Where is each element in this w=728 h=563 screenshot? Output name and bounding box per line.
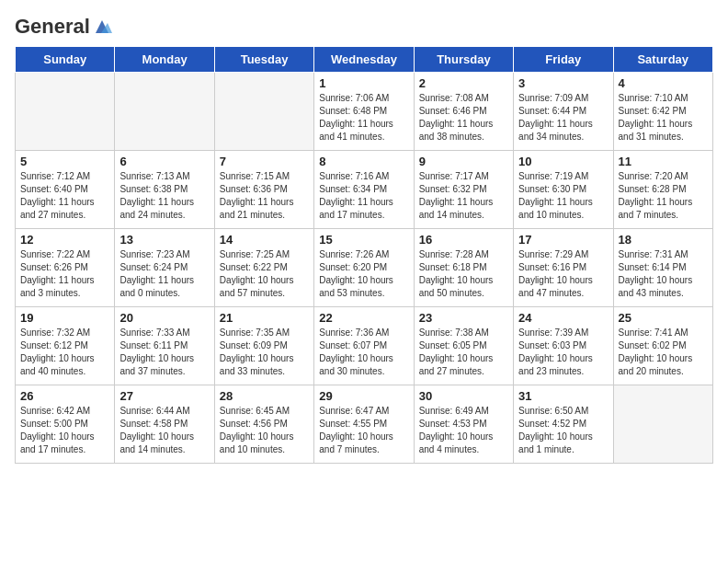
calendar-cell: 18Sunrise: 7:31 AM Sunset: 6:14 PM Dayli… (613, 229, 712, 307)
day-number: 23 (419, 311, 508, 325)
day-info: Sunrise: 7:41 AM Sunset: 6:02 PM Dayligh… (619, 327, 708, 378)
week-row-4: 19Sunrise: 7:32 AM Sunset: 6:12 PM Dayli… (16, 307, 713, 385)
weekday-wednesday: Wednesday (314, 47, 414, 73)
day-number: 6 (119, 155, 209, 168)
day-info: Sunrise: 7:31 AM Sunset: 6:14 PM Dayligh… (619, 248, 708, 300)
calendar-cell: 25Sunrise: 7:41 AM Sunset: 6:02 PM Dayli… (613, 307, 712, 385)
day-info: Sunrise: 7:12 AM Sunset: 6:40 PM Dayligh… (20, 170, 109, 222)
day-number: 16 (419, 233, 508, 247)
day-info: Sunrise: 7:16 AM Sunset: 6:34 PM Dayligh… (319, 170, 408, 222)
day-number: 29 (319, 389, 408, 403)
day-number: 25 (619, 311, 708, 325)
day-number: 3 (518, 76, 608, 90)
day-info: Sunrise: 7:08 AM Sunset: 6:46 PM Dayligh… (419, 92, 508, 144)
calendar-cell: 30Sunrise: 6:49 AM Sunset: 4:53 PM Dayli… (414, 385, 513, 464)
day-number: 26 (20, 389, 109, 403)
calendar-cell: 24Sunrise: 7:39 AM Sunset: 6:03 PM Dayli… (514, 307, 613, 385)
calendar-cell: 6Sunrise: 7:13 AM Sunset: 6:38 PM Daylig… (115, 151, 214, 229)
calendar-cell: 10Sunrise: 7:19 AM Sunset: 6:30 PM Dayli… (514, 151, 613, 229)
weekday-saturday: Saturday (613, 47, 712, 73)
day-info: Sunrise: 7:35 AM Sunset: 6:09 PM Dayligh… (220, 327, 309, 378)
day-info: Sunrise: 7:10 AM Sunset: 6:42 PM Dayligh… (619, 92, 708, 144)
day-info: Sunrise: 7:25 AM Sunset: 6:22 PM Dayligh… (220, 248, 309, 300)
day-info: Sunrise: 6:47 AM Sunset: 4:55 PM Dayligh… (319, 405, 408, 456)
calendar-cell: 15Sunrise: 7:26 AM Sunset: 6:20 PM Dayli… (314, 229, 414, 307)
week-row-3: 12Sunrise: 7:22 AM Sunset: 6:26 PM Dayli… (16, 229, 713, 307)
calendar-cell (613, 385, 712, 464)
day-info: Sunrise: 7:22 AM Sunset: 6:26 PM Dayligh… (20, 248, 109, 300)
day-number: 5 (20, 155, 109, 168)
day-number: 13 (119, 233, 209, 247)
day-number: 1 (319, 76, 408, 90)
calendar-body: 1Sunrise: 7:06 AM Sunset: 6:48 PM Daylig… (16, 73, 713, 464)
week-row-5: 26Sunrise: 6:42 AM Sunset: 5:00 PM Dayli… (16, 385, 713, 464)
weekday-tuesday: Tuesday (214, 47, 313, 73)
calendar-cell: 2Sunrise: 7:08 AM Sunset: 6:46 PM Daylig… (414, 73, 513, 151)
calendar-cell: 31Sunrise: 6:50 AM Sunset: 4:52 PM Dayli… (514, 385, 613, 464)
day-number: 31 (518, 389, 608, 403)
day-number: 10 (518, 155, 608, 168)
calendar-cell: 4Sunrise: 7:10 AM Sunset: 6:42 PM Daylig… (613, 73, 712, 151)
calendar-cell: 17Sunrise: 7:29 AM Sunset: 6:16 PM Dayli… (514, 229, 613, 307)
calendar-cell: 19Sunrise: 7:32 AM Sunset: 6:12 PM Dayli… (16, 307, 115, 385)
day-info: Sunrise: 7:36 AM Sunset: 6:07 PM Dayligh… (319, 327, 408, 378)
calendar-cell: 27Sunrise: 6:44 AM Sunset: 4:58 PM Dayli… (115, 385, 214, 464)
weekday-monday: Monday (115, 47, 214, 73)
day-number: 9 (419, 155, 508, 168)
calendar-cell: 21Sunrise: 7:35 AM Sunset: 6:09 PM Dayli… (214, 307, 313, 385)
day-info: Sunrise: 6:42 AM Sunset: 5:00 PM Dayligh… (20, 405, 109, 456)
day-info: Sunrise: 7:28 AM Sunset: 6:18 PM Dayligh… (419, 248, 508, 300)
day-number: 19 (20, 311, 109, 325)
day-number: 24 (518, 311, 608, 325)
day-number: 11 (619, 155, 708, 168)
calendar-cell: 22Sunrise: 7:36 AM Sunset: 6:07 PM Dayli… (314, 307, 414, 385)
logo-icon (92, 17, 112, 37)
calendar-cell: 26Sunrise: 6:42 AM Sunset: 5:00 PM Dayli… (16, 385, 115, 464)
calendar-cell: 3Sunrise: 7:09 AM Sunset: 6:44 PM Daylig… (514, 73, 613, 151)
day-info: Sunrise: 7:33 AM Sunset: 6:11 PM Dayligh… (119, 327, 209, 378)
weekday-sunday: Sunday (16, 47, 115, 73)
day-info: Sunrise: 7:29 AM Sunset: 6:16 PM Dayligh… (518, 248, 608, 300)
day-number: 20 (119, 311, 209, 325)
weekday-header-row: SundayMondayTuesdayWednesdayThursdayFrid… (16, 47, 713, 73)
page-header: General (15, 15, 713, 35)
calendar-cell: 28Sunrise: 6:45 AM Sunset: 4:56 PM Dayli… (214, 385, 313, 464)
weekday-thursday: Thursday (414, 47, 513, 73)
day-info: Sunrise: 7:17 AM Sunset: 6:32 PM Dayligh… (419, 170, 508, 222)
day-number: 12 (20, 233, 109, 247)
calendar-table: SundayMondayTuesdayWednesdayThursdayFrid… (15, 46, 713, 464)
calendar-cell: 1Sunrise: 7:06 AM Sunset: 6:48 PM Daylig… (314, 73, 414, 151)
logo: General (15, 15, 112, 35)
week-row-2: 5Sunrise: 7:12 AM Sunset: 6:40 PM Daylig… (16, 151, 713, 229)
day-info: Sunrise: 7:26 AM Sunset: 6:20 PM Dayligh… (319, 248, 408, 300)
day-number: 18 (619, 233, 708, 247)
calendar-cell (115, 73, 214, 151)
day-number: 8 (319, 155, 408, 168)
day-number: 28 (220, 389, 309, 403)
day-info: Sunrise: 7:19 AM Sunset: 6:30 PM Dayligh… (518, 170, 608, 222)
day-info: Sunrise: 6:50 AM Sunset: 4:52 PM Dayligh… (518, 405, 608, 456)
day-info: Sunrise: 7:13 AM Sunset: 6:38 PM Dayligh… (119, 170, 209, 222)
day-info: Sunrise: 7:32 AM Sunset: 6:12 PM Dayligh… (20, 327, 109, 378)
day-info: Sunrise: 6:45 AM Sunset: 4:56 PM Dayligh… (220, 405, 309, 456)
day-number: 2 (419, 76, 508, 90)
weekday-friday: Friday (514, 47, 613, 73)
calendar-cell: 23Sunrise: 7:38 AM Sunset: 6:05 PM Dayli… (414, 307, 513, 385)
day-number: 30 (419, 389, 508, 403)
day-number: 15 (319, 233, 408, 247)
day-info: Sunrise: 7:09 AM Sunset: 6:44 PM Dayligh… (518, 92, 608, 144)
day-info: Sunrise: 6:44 AM Sunset: 4:58 PM Dayligh… (119, 405, 209, 456)
calendar-cell: 8Sunrise: 7:16 AM Sunset: 6:34 PM Daylig… (314, 151, 414, 229)
day-info: Sunrise: 7:39 AM Sunset: 6:03 PM Dayligh… (518, 327, 608, 378)
calendar-cell: 5Sunrise: 7:12 AM Sunset: 6:40 PM Daylig… (16, 151, 115, 229)
day-number: 14 (220, 233, 309, 247)
day-info: Sunrise: 6:49 AM Sunset: 4:53 PM Dayligh… (419, 405, 508, 456)
calendar-cell (16, 73, 115, 151)
logo-general: General (15, 15, 90, 39)
day-number: 21 (220, 311, 309, 325)
day-info: Sunrise: 7:06 AM Sunset: 6:48 PM Dayligh… (319, 92, 408, 144)
calendar-cell: 12Sunrise: 7:22 AM Sunset: 6:26 PM Dayli… (16, 229, 115, 307)
day-info: Sunrise: 7:23 AM Sunset: 6:24 PM Dayligh… (119, 248, 209, 300)
day-number: 27 (119, 389, 209, 403)
calendar-cell (214, 73, 313, 151)
